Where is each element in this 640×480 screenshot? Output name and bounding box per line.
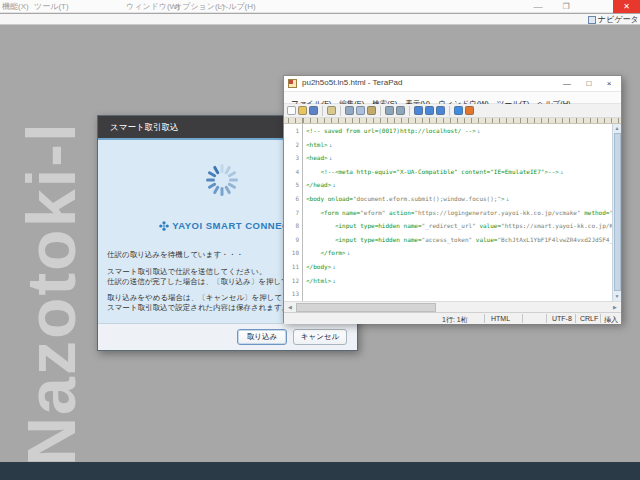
toolbar-separator — [449, 106, 450, 116]
navigator-button[interactable]: ナビゲータ — [588, 14, 639, 25]
code-line: <input type=hidden name="access_token" v… — [306, 233, 612, 247]
line-number: 9 — [284, 233, 302, 247]
file-mode: HTML — [491, 315, 510, 322]
open-file-icon[interactable] — [298, 106, 307, 115]
copy-icon[interactable] — [356, 106, 365, 115]
maximize-button[interactable]: ❐ — [556, 0, 576, 13]
scroll-down-icon[interactable]: ▼ — [613, 292, 621, 301]
terapad-titlebar[interactable]: pu2h5o5t.ln5.html - TeraPad — □ × — [284, 76, 621, 92]
cancel-button[interactable]: キャンセル — [293, 329, 347, 345]
main-menu-item[interactable]: ヘルプ(H) — [220, 1, 256, 12]
cursor-position: 1行: 1桁 — [442, 315, 468, 325]
dialog-note-2: スマート取引取込で設定された内容は保存されます。 — [107, 303, 289, 313]
minimize-button[interactable]: — — [528, 0, 548, 13]
line-number: 2 — [284, 138, 302, 152]
line-number: 1 — [284, 124, 302, 138]
yayoi-flower-icon — [159, 221, 169, 231]
save-file-icon[interactable] — [309, 106, 318, 115]
search-next-icon[interactable] — [425, 106, 434, 115]
external-tool-icon[interactable] — [465, 106, 474, 115]
loading-spinner-icon — [204, 162, 240, 202]
terapad-maximize-button[interactable]: □ — [579, 76, 599, 92]
code-line: <!--<meta http-equiv="X-UA-Compatible" c… — [306, 165, 612, 179]
terapad-edit-area[interactable]: 12345678910111213 <!-- saved from url=(0… — [284, 124, 621, 301]
line-number: 8 — [284, 219, 302, 233]
line-number: 12 — [284, 274, 302, 288]
main-menu-item[interactable]: ツール(T) — [34, 1, 69, 12]
line-number: 7 — [284, 206, 302, 220]
toolbar-separator — [380, 106, 381, 116]
code-line: </html>↓ — [306, 274, 612, 288]
terapad-close-button[interactable]: × — [599, 76, 619, 92]
toolbar-separator — [322, 106, 323, 116]
scroll-up-icon[interactable]: ▲ — [613, 124, 621, 133]
terapad-statusbar: 1行: 1桁 HTML UTF-8 CRLF 挿入 — [284, 312, 621, 324]
screen: 機能(X)ツール(T)ウィンドウ(W)オプション(L)ヘルプ(H) — ❐ ✕ … — [0, 0, 640, 480]
scroll-right-icon[interactable]: ▶ — [610, 303, 620, 312]
terapad-app-icon — [288, 79, 297, 88]
brand-label: YAYOI SMART CONNECT — [172, 220, 295, 231]
redo-icon[interactable] — [396, 106, 405, 115]
navigator-label: ナビゲータ — [598, 14, 639, 25]
code-line: <html>↓ — [306, 138, 612, 152]
dialog-instruction-1: スマート取引取込で仕訳を送信してください。 — [107, 267, 266, 277]
line-number: 6 — [284, 192, 302, 206]
watermark-text: Nazotoki-l — [12, 121, 90, 466]
line-number: 10 — [284, 246, 302, 260]
line-number: 11 — [284, 260, 302, 274]
code-line: <form name="eform" action="https://login… — [306, 206, 612, 220]
main-menu-item[interactable]: ウィンドウ(W) — [126, 1, 180, 12]
scroll-left-icon[interactable]: ◀ — [285, 303, 295, 312]
main-menu-item[interactable]: 機能(X) — [2, 1, 29, 12]
paste-icon[interactable] — [367, 106, 376, 115]
dialog-footer: 取り込み キャンセル — [98, 323, 357, 350]
line-number: 5 — [284, 178, 302, 192]
toolbar-separator — [340, 106, 341, 116]
linebreak-type: CRLF — [580, 315, 598, 322]
terapad-minimize-button[interactable]: — — [557, 76, 577, 92]
code-line: <head>↓ — [306, 151, 612, 165]
cut-icon[interactable] — [345, 106, 354, 115]
navigator-icon — [588, 16, 596, 24]
search-icon[interactable] — [414, 106, 423, 115]
code-text[interactable]: <!-- saved from url=(0017)http://localho… — [306, 124, 612, 301]
print-icon[interactable] — [327, 106, 336, 115]
terapad-toolbar — [284, 104, 621, 118]
code-line — [306, 287, 612, 301]
new-file-icon[interactable] — [287, 106, 296, 115]
code-line: </head>↓ — [306, 178, 612, 192]
toolbar-separator — [409, 106, 410, 116]
terapad-menubar: ファイル(F)編集(E)検索(S)表示(V)ウィンドウ(W)ツール(T)ヘルプ(… — [284, 92, 621, 104]
web-browser-icon[interactable] — [454, 106, 463, 115]
line-number: 4 — [284, 165, 302, 179]
main-menu-item[interactable]: オプション(L) — [174, 1, 225, 12]
vertical-scroll-thumb[interactable] — [614, 133, 621, 291]
import-button[interactable]: 取り込み — [237, 329, 287, 345]
dialog-status-line: 仕訳の取り込みを待機しています・・・ — [107, 250, 244, 260]
line-number: 3 — [284, 151, 302, 165]
search-prev-icon[interactable] — [436, 106, 445, 115]
bottom-status-bar — [0, 462, 640, 480]
close-button[interactable]: ✕ — [613, 0, 640, 13]
code-line: <body onload="document.eform.submit();wi… — [306, 192, 612, 206]
main-toolbar-row: ナビゲータ — [0, 14, 640, 25]
code-line: </body>↓ — [306, 260, 612, 274]
code-line: <input type=hidden name="_redirect_url" … — [306, 219, 612, 233]
code-line: </form>↓ — [306, 246, 612, 260]
line-number-gutter: 12345678910111213 — [284, 124, 303, 301]
terapad-title: pu2h5o5t.ln5.html - TeraPad — [302, 78, 402, 87]
vertical-scrollbar[interactable]: ▲ ▼ — [612, 124, 621, 301]
insert-mode: 挿入 — [604, 315, 618, 325]
encoding: UTF-8 — [552, 315, 572, 322]
code-line: <!-- saved from url=(0017)http://localho… — [306, 124, 612, 138]
horizontal-scroll-thumb[interactable] — [296, 303, 436, 312]
undo-icon[interactable] — [385, 106, 394, 115]
terapad-window: pu2h5o5t.ln5.html - TeraPad — □ × ファイル(F… — [283, 75, 622, 323]
horizontal-scrollbar[interactable]: ◀ ▶ — [284, 301, 621, 312]
line-number: 13 — [284, 287, 302, 301]
